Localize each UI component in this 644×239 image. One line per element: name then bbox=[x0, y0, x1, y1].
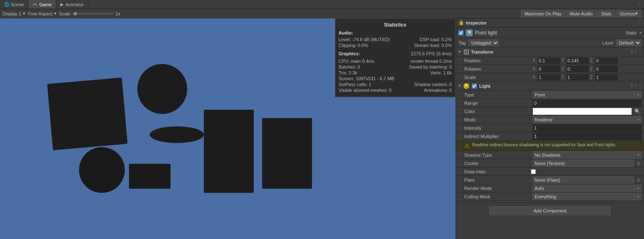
range-input[interactable] bbox=[533, 99, 642, 107]
stats-batches: Batches: 6 bbox=[339, 64, 360, 69]
position-xyz: X Y Z bbox=[533, 57, 642, 64]
aspect-group: Free Aspect ▾ bbox=[28, 11, 57, 16]
aspect-label: Free Aspect bbox=[28, 11, 52, 16]
transform-menu-icon[interactable]: ⋮ bbox=[638, 49, 642, 54]
intensity-row: Intensity bbox=[456, 124, 644, 132]
tab-animator[interactable]: ▶ Animator bbox=[56, 0, 88, 9]
stats-verts: Verts: 1.6k bbox=[430, 70, 452, 75]
rotation-label: Rotation bbox=[464, 67, 531, 71]
game-view[interactable]: Statistics Audio: Level: -74.8 dB (MUTED… bbox=[0, 18, 456, 239]
shadow-type-value: No Shadows bbox=[535, 153, 560, 158]
light-mode-row: Mode Realtime ▾ bbox=[456, 116, 644, 124]
stats-render-thread: render thread 0.2ms bbox=[411, 59, 452, 64]
tab-more-button[interactable]: ⋮ bbox=[634, 2, 644, 7]
stats-batches-row: Batches: 6 Saved by batching: 0 bbox=[339, 64, 452, 69]
object-row: 💡 Point light Static ▾ bbox=[456, 27, 644, 38]
mute-button[interactable]: Mute Audio bbox=[566, 10, 597, 17]
stats-panel: Statistics Audio: Level: -74.8 dB (MUTED… bbox=[335, 18, 456, 97]
render-mode-dropdown[interactable]: Auto ▾ bbox=[533, 185, 642, 192]
mode-dropdown[interactable]: Realtime ▾ bbox=[533, 116, 642, 123]
tab-game[interactable]: 🎮 Game bbox=[28, 0, 56, 9]
stats-tris: Tris: 2.3k bbox=[339, 70, 357, 75]
culling-mask-value: Everything bbox=[535, 194, 556, 199]
stats-cpu: CPU: main 0.4ms bbox=[339, 59, 374, 64]
rotation-x-input[interactable] bbox=[537, 66, 560, 72]
light-color-row: Color 🔍 bbox=[456, 107, 644, 116]
cookie-row: Cookie None (Texture) ⊙ bbox=[456, 159, 644, 168]
inspector-menu-icon[interactable]: ⋮ bbox=[637, 20, 642, 25]
intensity-input[interactable] bbox=[533, 124, 642, 132]
flare-dropdown[interactable]: None (Flare) bbox=[533, 176, 634, 184]
rotation-z-input[interactable] bbox=[595, 66, 618, 72]
tab-scene[interactable]: 🌐 Scene bbox=[0, 0, 28, 9]
draw-halo-checkbox[interactable] bbox=[531, 169, 536, 174]
scale-slider[interactable] bbox=[72, 13, 114, 15]
object-active-checkbox[interactable] bbox=[458, 30, 463, 35]
animator-icon: ▶ bbox=[60, 2, 64, 7]
culling-mask-label: Culling Mask bbox=[464, 194, 531, 199]
stats-button[interactable]: Stats bbox=[597, 10, 615, 17]
flare-select-btn[interactable]: ⊙ bbox=[636, 177, 642, 183]
rot-z-label: Z bbox=[590, 67, 594, 71]
shape-disk1 bbox=[150, 126, 204, 143]
shadow-type-dropdown[interactable]: No Shadows ▾ bbox=[533, 151, 642, 159]
tag-label: Tag bbox=[458, 40, 466, 45]
stats-cpu-row: CPU: main 0.4ms render thread 0.2ms bbox=[339, 59, 452, 64]
light-header-icons: ? ↕ ⋮ bbox=[630, 84, 642, 88]
flare-value: None (Flare) bbox=[535, 177, 560, 182]
shape-sphere2 bbox=[79, 147, 125, 193]
warning-row: ⚠ Realtime indirect bounce shadowing is … bbox=[456, 140, 644, 151]
tag-layer-row: Tag Untagged Layer Default bbox=[456, 38, 644, 47]
shadow-type-row: Shadow Type No Shadows ▾ bbox=[456, 151, 644, 159]
scale-value: 1x bbox=[115, 11, 120, 16]
cookie-dropdown[interactable]: None (Texture) bbox=[533, 160, 634, 167]
position-z-input[interactable] bbox=[595, 57, 618, 64]
stats-visible-skinned: Visible skinned meshes: 0 bbox=[339, 88, 391, 93]
intensity-label: Intensity bbox=[464, 126, 531, 131]
gizmos-button[interactable]: Gizmos ▾ bbox=[616, 10, 642, 17]
flare-label: Flare bbox=[464, 177, 531, 182]
stats-setpass-row: SetPass calls: 1 Shadow casters: 0 bbox=[339, 82, 452, 87]
add-component-button[interactable]: Add Component bbox=[489, 206, 611, 215]
culling-mask-dropdown[interactable]: Everything ▾ bbox=[533, 193, 642, 200]
color-eyedropper[interactable]: 🔍 bbox=[634, 108, 642, 114]
light-enabled-checkbox[interactable] bbox=[472, 84, 477, 89]
stats-graphics-row: Graphics: 2270.6 FPS (0.4ms) bbox=[339, 51, 452, 58]
scale-y-input[interactable] bbox=[566, 74, 589, 81]
maximize-button[interactable]: Maximize On Play bbox=[521, 10, 565, 17]
light-help-icon[interactable]: ? bbox=[630, 84, 633, 88]
stats-shadow-casters: Shadow casters: 0 bbox=[414, 82, 452, 87]
scale-y-label: Y bbox=[561, 75, 565, 79]
stats-clipping-row: Clipping: 0.0% Stream load: 0.0% bbox=[339, 43, 452, 48]
layer-select[interactable]: Default bbox=[616, 39, 642, 46]
stats-screen: Screen: 1097x531 - 6.7 MB bbox=[339, 76, 394, 81]
tag-select[interactable]: Untagged bbox=[468, 39, 499, 46]
transform-help-icon[interactable]: ? bbox=[630, 49, 633, 54]
scale-z-input[interactable] bbox=[595, 74, 618, 81]
light-arrow: ▼ bbox=[458, 84, 462, 88]
rotation-y-input[interactable] bbox=[566, 66, 589, 72]
light-edit-icon[interactable]: ↕ bbox=[634, 84, 637, 88]
stats-clipping: Clipping: 0.0% bbox=[339, 43, 368, 48]
transform-icon bbox=[463, 49, 469, 55]
inspector-header-icons: ⋮ bbox=[637, 20, 642, 25]
transform-edit-icon[interactable]: ↕ bbox=[634, 49, 637, 54]
stats-saved-batching: Saved by batching: 0 bbox=[409, 64, 452, 69]
position-y-input[interactable] bbox=[566, 57, 589, 64]
type-dropdown[interactable]: Point ▾ bbox=[533, 91, 642, 99]
transform-section-header[interactable]: ▼ Transform ? ↕ ⋮ bbox=[456, 47, 644, 57]
light-menu-icon[interactable]: ⋮ bbox=[638, 84, 642, 88]
tab-animator-label: Animator bbox=[65, 2, 84, 7]
scale-x-input[interactable] bbox=[537, 74, 560, 81]
color-field[interactable] bbox=[533, 108, 632, 115]
static-arrow[interactable]: ▾ bbox=[639, 30, 642, 35]
light-section-header[interactable]: ▼ 💡 Light ? ↕ ⋮ bbox=[456, 81, 644, 91]
transform-arrow: ▼ bbox=[458, 49, 462, 54]
position-x-input[interactable] bbox=[537, 57, 560, 64]
cookie-select-btn[interactable]: ⊙ bbox=[636, 160, 642, 166]
scale-label: Scale bbox=[59, 11, 71, 16]
warning-text: Realtime indirect bounce shadowing is no… bbox=[472, 142, 616, 148]
cookie-label: Cookie bbox=[464, 161, 531, 166]
render-mode-arrow: ▾ bbox=[637, 186, 639, 190]
indirect-input[interactable] bbox=[533, 133, 642, 140]
